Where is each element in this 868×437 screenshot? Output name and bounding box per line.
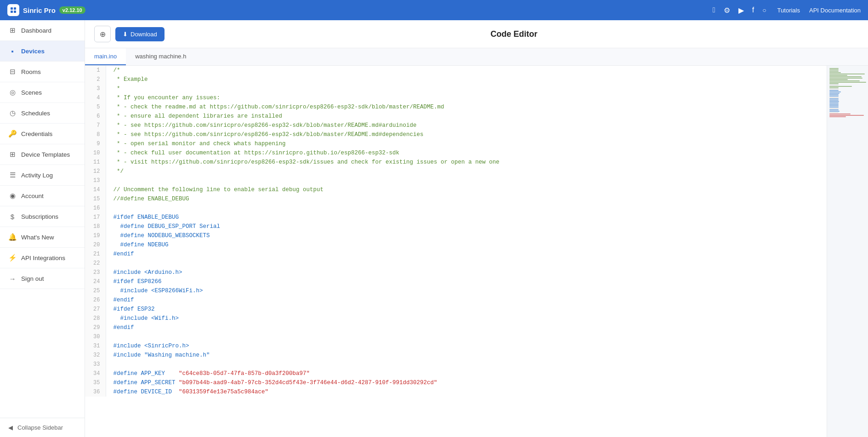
sidebar-item-api-integrations[interactable]: ⚡ API Integrations — [0, 248, 85, 268]
sidebar-item-devices[interactable]: ▪ Devices — [0, 41, 85, 62]
line-number: 31 — [85, 341, 106, 351]
credentials-icon: 🔑 — [8, 130, 17, 138]
line-number: 10 — [85, 148, 106, 158]
line-number: 15 — [85, 194, 106, 204]
line-number: 35 — [85, 378, 106, 387]
api-integrations-icon: ⚡ — [8, 254, 17, 262]
line-code: #define NODEBUG_WEBSOCKETS — [106, 231, 827, 240]
plugin-icon[interactable]: ⚙ — [724, 6, 730, 15]
sign-out-icon: → — [8, 274, 17, 283]
line-number: 25 — [85, 286, 106, 295]
sidebar: ⊞ Dashboard ▪ Devices ⊟ Rooms ◎ Scenes ◷… — [0, 20, 85, 437]
editor-tabs: main.ino washing machine.h — [85, 48, 868, 66]
sidebar-item-dashboard[interactable]: ⊞ Dashboard — [0, 20, 85, 41]
svg-rect-3 — [14, 11, 16, 13]
sidebar-item-schedules[interactable]: ◷ Schedules — [0, 103, 85, 124]
dashboard-icon: ⊞ — [8, 26, 17, 34]
line-code: #define APP_SECRET "b097b44b-aad9-4ab7-9… — [106, 378, 827, 387]
line-number: 3 — [85, 84, 106, 93]
line-code: #include <SinricPro.h> — [106, 341, 827, 351]
api-doc-link[interactable]: API Documentation — [809, 7, 861, 14]
logo[interactable]: Sinric Pro v2.12.10 — [7, 4, 85, 16]
sidebar-item-subscriptions[interactable]: $ Subscriptions — [0, 206, 85, 227]
line-number: 22 — [85, 259, 106, 268]
line-code: * - check full user documentation at htt… — [106, 148, 827, 158]
line-number: 33 — [85, 360, 106, 369]
tab-washing-machine-h[interactable]: washing machine.h — [126, 48, 195, 65]
collapse-icon: ◀ — [8, 424, 13, 431]
line-number: 29 — [85, 323, 106, 332]
sidebar-item-account[interactable]: ◉ Account — [0, 186, 85, 206]
line-code: #include <Wifi.h> — [106, 314, 827, 323]
plus-icon: ⊕ — [100, 30, 106, 39]
sidebar-label-schedules: Schedules — [21, 110, 50, 117]
sidebar-item-credentials[interactable]: 🔑 Credentials — [0, 124, 85, 144]
github-icon[interactable]: ○ — [762, 6, 766, 14]
line-code — [106, 176, 827, 185]
logo-icon — [7, 4, 19, 16]
svg-rect-1 — [14, 7, 16, 10]
line-code: #define DEVICE_ID "6031359f4e13e75a5c984… — [106, 387, 827, 397]
line-code: * - see https://github.com/sinricpro/esp… — [106, 130, 827, 139]
sidebar-item-scenes[interactable]: ◎ Scenes — [0, 82, 85, 103]
code-editor[interactable]: 1/*2 * Example3 *4 * If you encounter an… — [85, 66, 827, 437]
minimap-content — [827, 66, 868, 119]
line-number: 9 — [85, 139, 106, 148]
download-label: Download — [130, 31, 157, 38]
collapse-sidebar-button[interactable]: ◀ Collapse Sidebar — [0, 418, 85, 437]
sidebar-label-credentials: Credentials — [21, 131, 52, 137]
topnav-icons:  ⚙ ▶ f ○ — [713, 6, 766, 15]
sidebar-item-activity-log[interactable]: ☰ Activity Log — [0, 165, 85, 186]
activity-log-icon: ☰ — [8, 171, 17, 179]
line-code: #ifdef ESP32 — [106, 305, 827, 314]
line-code: * - open serial monitor and check whats … — [106, 139, 827, 148]
line-number: 2 — [85, 75, 106, 84]
line-number: 27 — [85, 305, 106, 314]
tutorials-link[interactable]: Tutorials — [777, 7, 800, 14]
sidebar-item-rooms[interactable]: ⊟ Rooms — [0, 62, 85, 82]
sidebar-item-device-templates[interactable]: ⊞ Device Templates — [0, 144, 85, 165]
sidebar-label-dashboard: Dashboard — [21, 27, 51, 34]
topnav-links: Tutorials API Documentation — [777, 7, 861, 14]
add-button[interactable]: ⊕ — [94, 26, 111, 42]
line-code: #define APP_KEY "c64ce83b-05d7-47fa-857b… — [106, 369, 827, 378]
youtube-icon[interactable]: ▶ — [738, 6, 744, 15]
sidebar-item-sign-out[interactable]: → Sign out — [0, 268, 85, 289]
line-number: 30 — [85, 332, 106, 341]
download-button[interactable]: ⬇ Download — [115, 27, 165, 41]
line-number: 32 — [85, 351, 106, 360]
line-code: #endif — [106, 323, 827, 332]
line-code: #define NDEBUG — [106, 240, 827, 250]
line-number: 8 — [85, 130, 106, 139]
line-number: 17 — [85, 213, 106, 222]
line-code: * — [106, 84, 827, 93]
line-code: */ — [106, 167, 827, 176]
account-icon: ◉ — [8, 192, 17, 200]
code-editor-wrapper: 1/*2 * Example3 *4 * If you encounter an… — [85, 66, 868, 437]
whats-new-icon: 🔔 — [8, 233, 17, 241]
line-number: 19 — [85, 231, 106, 240]
line-number: 21 — [85, 250, 106, 259]
line-number: 14 — [85, 185, 106, 194]
line-code: #include <ESP8266WiFi.h> — [106, 286, 827, 295]
line-code — [106, 360, 827, 369]
device-templates-icon: ⊞ — [8, 150, 17, 159]
sidebar-item-whats-new[interactable]: 🔔 What's New — [0, 227, 85, 248]
line-number: 18 — [85, 222, 106, 231]
minimap — [827, 66, 868, 437]
line-code: * - see https://github.com/sinricpro/esp… — [106, 121, 827, 130]
sidebar-label-subscriptions: Subscriptions — [21, 213, 58, 220]
subscriptions-icon: $ — [8, 212, 17, 221]
svg-rect-0 — [11, 7, 13, 10]
facebook-icon[interactable]: f — [752, 6, 754, 14]
tab-main-ino[interactable]: main.ino — [85, 48, 126, 65]
line-code: * - visit https://github.com/sinricpro/e… — [106, 158, 827, 167]
topnav: Sinric Pro v2.12.10  ⚙ ▶ f ○ Tutorials … — [0, 0, 868, 20]
line-number: 36 — [85, 387, 106, 397]
line-code: #endif — [106, 250, 827, 259]
apple-icon[interactable]:  — [713, 6, 715, 14]
line-code — [106, 332, 827, 341]
line-code: /* — [106, 66, 827, 75]
line-code: // Uncomment the following line to enabl… — [106, 185, 827, 194]
line-code — [106, 204, 827, 213]
